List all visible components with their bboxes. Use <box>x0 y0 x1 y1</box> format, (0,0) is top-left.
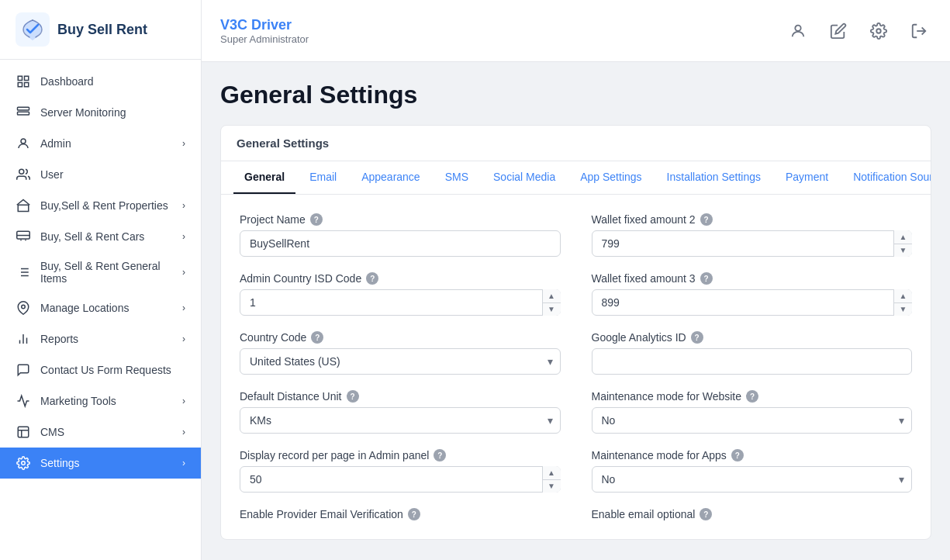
admin-isd-spin-down[interactable]: ▼ <box>543 303 561 316</box>
settings-card-header: General Settings <box>221 126 931 161</box>
sidebar-item-settings[interactable]: Settings › <box>0 448 201 479</box>
enable-email-optional-group: Enable email optional ? <box>592 508 913 520</box>
tab-social-media[interactable]: Social Media <box>482 161 566 194</box>
form-body: Project Name ? Wallet fixed amount 2 ? <box>221 195 931 539</box>
cms-icon <box>16 424 31 440</box>
google-analytics-label: Google Analytics ID ? <box>592 331 913 344</box>
wallet-fixed2-spin-up[interactable]: ▲ <box>894 230 912 244</box>
display-record-spin-down[interactable]: ▼ <box>543 480 561 493</box>
sidebar-nav: Dashboard Server Monitoring Admin › User… <box>0 60 201 485</box>
sidebar-item-buy-sell-rent-general[interactable]: Buy, Sell & Rent General Items › <box>0 252 201 292</box>
user-icon <box>16 167 31 182</box>
sidebar-item-buy-sell-rent-cars[interactable]: Buy, Sell & Rent Cars › <box>0 221 201 252</box>
country-code-label: Country Code ? <box>240 331 561 344</box>
header-username: V3C Driver <box>220 17 309 33</box>
wallet-fixed3-spin-up[interactable]: ▲ <box>894 289 912 303</box>
chevron-icon-buy-sell-rent-cars: › <box>182 231 185 242</box>
wallet-fixed2-input[interactable] <box>592 230 913 257</box>
tab-appearance[interactable]: Appearance <box>351 161 431 194</box>
enable-email-optional-help-icon[interactable]: ? <box>700 508 712 520</box>
tab-payment[interactable]: Payment <box>775 161 839 194</box>
display-record-spin-up[interactable]: ▲ <box>543 466 561 480</box>
edit-icon[interactable] <box>826 19 851 43</box>
enable-provider-label: Enable Provider Email Verification ? <box>240 508 561 520</box>
header-actions <box>786 19 931 43</box>
buy-sell-rent-general-icon <box>16 264 31 280</box>
svg-point-10 <box>19 169 24 174</box>
display-record-spin-buttons: ▲ ▼ <box>542 466 561 493</box>
maintenance-website-help-icon[interactable]: ? <box>746 390 758 403</box>
country-code-group: Country Code ? United States (US) United… <box>240 331 561 375</box>
svg-rect-1 <box>18 76 22 80</box>
display-record-help-icon[interactable]: ? <box>434 449 446 461</box>
sidebar-item-admin[interactable]: Admin › <box>0 128 201 159</box>
admin-isd-help-icon[interactable]: ? <box>366 272 378 285</box>
user-profile-icon[interactable] <box>786 19 810 43</box>
tab-notification-sound[interactable]: Notification Sound <box>842 161 931 194</box>
header-user: V3C Driver Super Administrator <box>220 17 309 45</box>
default-distance-help-icon[interactable]: ? <box>347 390 359 403</box>
sidebar-item-label-manage-locations: Manage Locations <box>40 302 129 314</box>
google-analytics-help-icon[interactable]: ? <box>691 331 703 344</box>
sidebar-item-label-settings: Settings <box>40 457 80 469</box>
header-role: Super Administrator <box>220 33 309 45</box>
wallet-fixed3-help-icon[interactable]: ? <box>700 272 713 285</box>
wallet-fixed3-input[interactable] <box>592 289 913 316</box>
country-code-select[interactable]: United States (US) United Kingdom (UK) I… <box>240 348 561 375</box>
wallet-fixed2-spin-down[interactable]: ▼ <box>894 244 912 258</box>
sidebar-item-dashboard[interactable]: Dashboard <box>0 66 201 97</box>
tab-sms[interactable]: SMS <box>434 161 479 194</box>
maintenance-apps-help-icon[interactable]: ? <box>731 449 744 461</box>
sidebar-item-label-buy-sell-rent-cars: Buy, Sell & Rent Cars <box>40 230 144 243</box>
sidebar-item-label-admin: Admin <box>40 137 71 150</box>
enable-provider-help-icon[interactable]: ? <box>408 508 420 520</box>
main-area: V3C Driver Super Administrator General S… <box>202 0 950 560</box>
chevron-icon-buy-sell-rent-properties: › <box>182 200 185 211</box>
sidebar-item-user[interactable]: User <box>0 159 201 190</box>
wallet-fixed3-group: Wallet fixed amount 3 ? ▲ ▼ <box>592 272 913 316</box>
tab-app-settings[interactable]: App Settings <box>569 161 652 194</box>
tab-installation-settings[interactable]: Installation Settings <box>656 161 772 194</box>
wallet-fixed2-help-icon[interactable]: ? <box>700 213 713 226</box>
country-code-select-wrap: United States (US) United Kingdom (UK) I… <box>240 348 561 375</box>
buy-sell-rent-cars-icon <box>16 229 31 244</box>
sidebar-item-server-monitoring[interactable]: Server Monitoring <box>0 97 201 128</box>
project-name-input[interactable] <box>240 230 561 257</box>
wallet-fixed2-group: Wallet fixed amount 2 ? ▲ ▼ <box>592 213 913 257</box>
sidebar-item-manage-locations[interactable]: Manage Locations › <box>0 292 201 323</box>
maintenance-website-select[interactable]: No Yes <box>592 407 913 434</box>
page-title: General Settings <box>220 81 931 109</box>
sidebar-item-label-contact-us: Contact Us Form Requests <box>40 364 171 376</box>
wallet-fixed3-spin-down[interactable]: ▼ <box>894 303 912 316</box>
tab-email[interactable]: Email <box>299 161 347 194</box>
admin-icon <box>16 136 31 151</box>
admin-isd-input[interactable] <box>240 289 561 316</box>
maintenance-apps-select[interactable]: No Yes <box>592 466 913 493</box>
chevron-icon-cms: › <box>182 427 185 437</box>
display-record-spinner: ▲ ▼ <box>240 466 561 493</box>
admin-isd-spin-up[interactable]: ▲ <box>543 289 561 303</box>
display-record-input[interactable] <box>240 466 561 493</box>
default-distance-label: Default Distance Unit ? <box>240 390 561 403</box>
sidebar-item-cms[interactable]: CMS › <box>0 417 201 448</box>
sidebar-item-label-server-monitoring: Server Monitoring <box>40 106 126 119</box>
settings-icon[interactable] <box>866 19 891 43</box>
display-record-group: Display record per page in Admin panel ?… <box>240 449 561 493</box>
maintenance-apps-select-wrap: No Yes <box>592 466 913 493</box>
country-code-help-icon[interactable]: ? <box>311 331 323 344</box>
chevron-icon-manage-locations: › <box>182 302 185 313</box>
default-distance-group: Default Distance Unit ? KMs Miles <box>240 390 561 434</box>
manage-locations-icon <box>16 300 31 316</box>
default-distance-select[interactable]: KMs Miles <box>240 407 561 434</box>
wallet-fixed3-label: Wallet fixed amount 3 ? <box>592 272 913 285</box>
svg-rect-5 <box>18 107 29 110</box>
svg-point-19 <box>22 305 26 309</box>
google-analytics-input[interactable] <box>592 348 913 375</box>
tab-general[interactable]: General <box>233 161 295 194</box>
power-icon[interactable] <box>907 19 931 43</box>
sidebar-item-marketing-tools[interactable]: Marketing Tools › <box>0 385 201 417</box>
sidebar-item-reports[interactable]: Reports › <box>0 323 201 354</box>
sidebar-item-buy-sell-rent-properties[interactable]: Buy,Sell & Rent Properties › <box>0 190 201 221</box>
sidebar-item-contact-us[interactable]: Contact Us Form Requests <box>0 354 201 385</box>
project-name-help-icon[interactable]: ? <box>310 213 323 226</box>
